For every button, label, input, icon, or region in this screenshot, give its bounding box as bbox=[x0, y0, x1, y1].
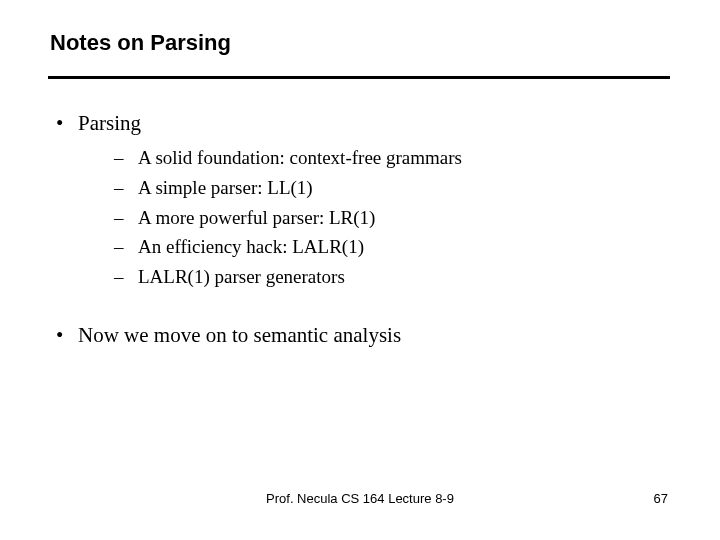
dash-icon: – bbox=[114, 204, 138, 232]
list-item-text: LALR(1) parser generators bbox=[138, 263, 345, 291]
bullet-dot-icon: • bbox=[56, 320, 78, 350]
bullet-parsing: •Parsing bbox=[56, 108, 656, 138]
dash-icon: – bbox=[114, 144, 138, 172]
list-item-text: An efficiency hack: LALR(1) bbox=[138, 233, 364, 261]
footer-center: Prof. Necula CS 164 Lecture 8-9 bbox=[0, 491, 720, 506]
dash-icon: – bbox=[114, 233, 138, 261]
bullet-label: Now we move on to semantic analysis bbox=[78, 323, 401, 347]
title-divider bbox=[48, 76, 670, 79]
sub-bullet-list: – A solid foundation: context-free gramm… bbox=[114, 144, 656, 290]
bullet-dot-icon: • bbox=[56, 108, 78, 138]
slide-body: •Parsing – A solid foundation: context-f… bbox=[56, 108, 656, 357]
list-item-text: A simple parser: LL(1) bbox=[138, 174, 313, 202]
list-item-text: A more powerful parser: LR(1) bbox=[138, 204, 375, 232]
list-item: – An efficiency hack: LALR(1) bbox=[114, 233, 656, 261]
list-item-text: A solid foundation: context-free grammar… bbox=[138, 144, 462, 172]
list-item: – A solid foundation: context-free gramm… bbox=[114, 144, 656, 172]
dash-icon: – bbox=[114, 174, 138, 202]
slide: Notes on Parsing •Parsing – A solid foun… bbox=[0, 0, 720, 540]
slide-title: Notes on Parsing bbox=[50, 30, 231, 56]
dash-icon: – bbox=[114, 263, 138, 291]
list-item: – A more powerful parser: LR(1) bbox=[114, 204, 656, 232]
bullet-semantic-analysis: •Now we move on to semantic analysis bbox=[56, 320, 656, 350]
list-item: – LALR(1) parser generators bbox=[114, 263, 656, 291]
list-item: – A simple parser: LL(1) bbox=[114, 174, 656, 202]
page-number: 67 bbox=[654, 491, 668, 506]
bullet-label: Parsing bbox=[78, 111, 141, 135]
